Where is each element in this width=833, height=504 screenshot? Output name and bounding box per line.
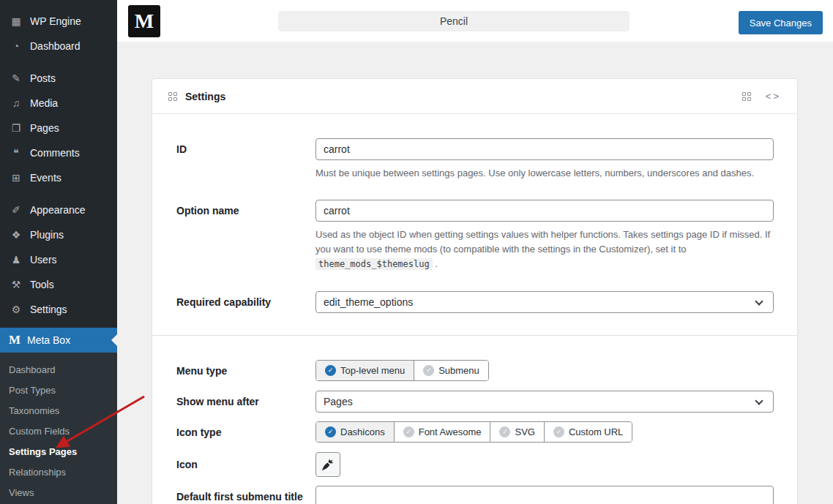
option-label: SVG bbox=[515, 426, 534, 437]
general-section: ID Must be unique between settings pages… bbox=[152, 114, 797, 335]
content-area: Settings <> ID Must be unique between se… bbox=[117, 42, 833, 504]
sidebar-item-wp-engine[interactable]: ▦ WP Engine bbox=[0, 9, 117, 34]
chevron-down-icon bbox=[755, 297, 763, 305]
sidebar-item-settings[interactable]: ⚙ Settings bbox=[0, 297, 117, 322]
icon-type-option-dashicons[interactable]: ✓ Dashicons bbox=[316, 422, 395, 442]
meta-box-app-logo: M bbox=[128, 5, 160, 37]
drag-handle-icon[interactable] bbox=[168, 92, 177, 101]
code-view-icon[interactable]: <> bbox=[766, 91, 781, 102]
submenu-item-custom-fields[interactable]: Custom Fields bbox=[0, 421, 117, 442]
check-circle-icon: ✓ bbox=[499, 426, 510, 437]
required-capability-label: Required capability bbox=[176, 291, 315, 313]
option-name-help-text: Used as the object ID when getting setti… bbox=[315, 227, 774, 271]
default-first-submenu-title-label: Default first submenu title bbox=[176, 486, 315, 504]
sidebar-item-label: Media bbox=[30, 97, 58, 109]
check-circle-icon: ✓ bbox=[553, 426, 564, 437]
sidebar-item-label: Comments bbox=[30, 147, 80, 159]
sidebar-item-label: Dashboard bbox=[30, 40, 81, 52]
media-icon: ♫ bbox=[9, 98, 23, 108]
selected-value: Pages bbox=[324, 396, 353, 407]
sidebar-item-label: Events bbox=[30, 172, 61, 184]
icon-picker-button[interactable] bbox=[315, 452, 340, 477]
brush-icon: ✐ bbox=[9, 205, 23, 215]
sidebar-item-label: WP Engine bbox=[30, 15, 81, 27]
sidebar-item-label: Plugins bbox=[30, 229, 64, 241]
dashboard-icon: ◔ bbox=[9, 41, 23, 51]
submenu-item-post-types[interactable]: Post Types bbox=[0, 380, 117, 401]
save-changes-button[interactable]: Save Changes bbox=[739, 11, 823, 34]
option-name-input[interactable] bbox=[315, 200, 774, 222]
option-label: Top-level menu bbox=[340, 365, 405, 376]
show-menu-after-field-row: Show menu after Pages bbox=[176, 391, 774, 413]
menu-type-label: Menu type bbox=[176, 360, 315, 382]
icon-type-option-svg[interactable]: ✓ SVG bbox=[490, 422, 544, 442]
icon-type-option-font-awesome[interactable]: ✓ Font Awesome bbox=[395, 422, 491, 442]
option-name-field-row: Option name Used as the object ID when g… bbox=[176, 200, 774, 271]
option-label: Font Awesome bbox=[419, 426, 482, 437]
check-circle-icon: ✓ bbox=[423, 365, 434, 376]
sidebar-item-label: Appearance bbox=[30, 204, 86, 216]
wrench-icon: ⚒ bbox=[9, 279, 23, 290]
menu-type-option-top-level[interactable]: ✓ Top-level menu bbox=[316, 361, 414, 380]
sidebar-item-label: Users bbox=[30, 254, 57, 266]
sidebar-item-comments[interactable]: ❝ Comments bbox=[0, 140, 117, 165]
meta-box-logo-icon: M bbox=[7, 333, 22, 347]
menu-type-field-row: Menu type ✓ Top-level menu ✓ Submenu bbox=[176, 360, 774, 382]
menu-type-option-submenu[interactable]: ✓ Submenu bbox=[414, 361, 488, 380]
user-icon: ♟ bbox=[9, 255, 23, 265]
menu-section: Menu type ✓ Top-level menu ✓ Submenu bbox=[152, 336, 797, 504]
sidebar-item-pages[interactable]: ❐ Pages bbox=[0, 116, 117, 140]
check-circle-icon: ✓ bbox=[325, 426, 336, 437]
admin-sidebar: ▦ WP Engine ◔ Dashboard ✎ Posts ♫ Media … bbox=[0, 0, 117, 504]
submenu-item-taxonomies[interactable]: Taxonomies bbox=[0, 401, 117, 421]
sidebar-item-users[interactable]: ♟ Users bbox=[0, 247, 117, 272]
icon-type-option-custom-url[interactable]: ✓ Custom URL bbox=[545, 422, 632, 442]
option-name-label: Option name bbox=[176, 200, 315, 222]
icon-type-field-row: Icon type ✓ Dashicons ✓ Font Awesome ✓ bbox=[176, 421, 774, 443]
icon-field-row: Icon bbox=[176, 452, 774, 477]
sidebar-item-label: Posts bbox=[30, 72, 56, 84]
check-circle-icon: ✓ bbox=[325, 365, 336, 376]
selected-value: edit_theme_options bbox=[324, 296, 413, 308]
id-label: ID bbox=[176, 138, 315, 160]
settings-page-title-input[interactable] bbox=[278, 11, 630, 31]
default-first-submenu-title-input[interactable] bbox=[315, 486, 774, 504]
icon-type-label: Icon type bbox=[176, 421, 315, 443]
sidebar-item-label: Tools bbox=[30, 279, 54, 290]
sidebar-item-dashboard[interactable]: ◔ Dashboard bbox=[0, 34, 117, 59]
chevron-down-icon bbox=[755, 396, 763, 405]
sidebar-item-plugins[interactable]: ❖ Plugins bbox=[0, 222, 117, 247]
id-input[interactable] bbox=[315, 138, 774, 160]
submenu-item-settings-pages[interactable]: Settings Pages bbox=[0, 442, 117, 462]
submenu-item-dashboard[interactable]: Dashboard bbox=[0, 360, 117, 380]
carrot-icon bbox=[321, 457, 335, 472]
submenu-item-relationships[interactable]: Relationships bbox=[0, 462, 117, 483]
show-menu-after-select[interactable]: Pages bbox=[315, 391, 774, 413]
layout-grid-icon[interactable] bbox=[742, 92, 751, 101]
option-label: Dashicons bbox=[340, 426, 385, 437]
check-circle-icon: ✓ bbox=[403, 426, 414, 437]
sidebar-item-tools[interactable]: ⚒ Tools bbox=[0, 272, 117, 297]
settings-panel: Settings <> ID Must be unique between se… bbox=[152, 78, 798, 504]
help-text-part: . bbox=[435, 258, 438, 269]
sidebar-item-label: Meta Box bbox=[27, 334, 70, 346]
submenu-item-views[interactable]: Views bbox=[0, 483, 117, 503]
show-menu-after-label: Show menu after bbox=[176, 391, 315, 413]
sidebar-item-posts[interactable]: ✎ Posts bbox=[0, 66, 117, 91]
sidebar-item-label: Pages bbox=[30, 122, 59, 134]
calendar-icon: ⊞ bbox=[9, 173, 23, 183]
wp-engine-icon: ▦ bbox=[9, 16, 23, 26]
settings-panel-header: Settings <> bbox=[152, 79, 797, 114]
pages-icon: ❐ bbox=[9, 123, 23, 133]
sidebar-item-media[interactable]: ♫ Media bbox=[0, 91, 117, 116]
default-first-submenu-title-field-row: Default first submenu title bbox=[176, 486, 774, 504]
panel-title: Settings bbox=[185, 91, 225, 102]
sidebar-item-meta-box[interactable]: M Meta Box bbox=[0, 328, 117, 353]
menu-type-toggle-group: ✓ Top-level menu ✓ Submenu bbox=[315, 360, 489, 381]
id-help-text: Must be unique between settings pages. U… bbox=[315, 166, 774, 181]
builder-topbar: M Save Changes bbox=[117, 0, 833, 42]
meta-box-submenu: Dashboard Post Types Taxonomies Custom F… bbox=[0, 353, 117, 504]
sidebar-item-appearance[interactable]: ✐ Appearance bbox=[0, 198, 117, 222]
required-capability-select[interactable]: edit_theme_options bbox=[315, 291, 774, 313]
sidebar-item-events[interactable]: ⊞ Events bbox=[0, 165, 117, 190]
